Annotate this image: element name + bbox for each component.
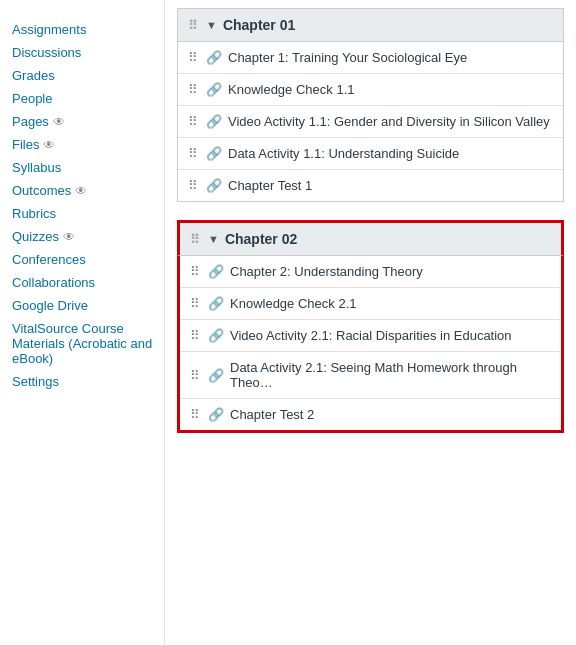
module-item-label: Chapter 1: Training Your Sociological Ey… (228, 50, 467, 65)
sidebar-item-assignments[interactable]: Assignments (12, 18, 164, 41)
module-item-label: Chapter 2: Understanding Theory (230, 264, 423, 279)
module-item-label: Data Activity 2.1: Seeing Math Homework … (230, 360, 551, 390)
sidebar-link[interactable]: Syllabus (12, 160, 61, 175)
module-item-label: Chapter Test 2 (230, 407, 314, 422)
sidebar-link[interactable]: Pages (12, 114, 49, 129)
visibility-icon[interactable]: 👁 (53, 115, 65, 129)
module-item-label: Data Activity 1.1: Understanding Suicide (228, 146, 459, 161)
module-item-label: Video Activity 1.1: Gender and Diversity… (228, 114, 550, 129)
sidebar-link[interactable]: People (12, 91, 52, 106)
module-item[interactable]: ⠿🔗Chapter 2: Understanding Theory (180, 256, 561, 288)
link-icon: 🔗 (208, 264, 224, 279)
module-item[interactable]: ⠿🔗Data Activity 2.1: Seeing Math Homewor… (180, 352, 561, 399)
drag-handle-icon[interactable]: ⠿ (188, 50, 198, 65)
sidebar-link[interactable]: Conferences (12, 252, 86, 267)
module-item-label: Knowledge Check 2.1 (230, 296, 356, 311)
link-icon: 🔗 (208, 368, 224, 383)
sidebar-link[interactable]: Files (12, 137, 39, 152)
drag-handle-icon[interactable]: ⠿ (190, 328, 200, 343)
drag-handle-icon[interactable]: ⠿ (188, 18, 198, 33)
sidebar-link[interactable]: Quizzes (12, 229, 59, 244)
module-item[interactable]: ⠿🔗Chapter Test 2 (180, 399, 561, 430)
module-group-chapter01: ⠿▼Chapter 01⠿🔗Chapter 1: Training Your S… (177, 8, 564, 202)
sidebar-item-rubrics[interactable]: Rubrics (12, 202, 164, 225)
module-items: ⠿🔗Chapter 2: Understanding Theory⠿🔗Knowl… (177, 256, 564, 433)
sidebar-item-people[interactable]: People (12, 87, 164, 110)
drag-handle-icon[interactable]: ⠿ (190, 368, 200, 383)
module-item[interactable]: ⠿🔗Knowledge Check 1.1 (178, 74, 563, 106)
sidebar-item-discussions[interactable]: Discussions (12, 41, 164, 64)
module-group-chapter02: ⠿▼Chapter 02⠿🔗Chapter 2: Understanding T… (177, 220, 564, 433)
sidebar-item-grades[interactable]: Grades (12, 64, 164, 87)
sidebar-link[interactable]: Collaborations (12, 275, 95, 290)
sidebar-link[interactable]: Discussions (12, 45, 81, 60)
visibility-icon[interactable]: 👁 (43, 138, 55, 152)
drag-handle-icon[interactable]: ⠿ (188, 114, 198, 129)
drag-handle-icon[interactable]: ⠿ (190, 264, 200, 279)
module-item[interactable]: ⠿🔗Chapter 1: Training Your Sociological … (178, 42, 563, 74)
module-item-label: Video Activity 2.1: Racial Disparities i… (230, 328, 512, 343)
module-item-label: Chapter Test 1 (228, 178, 312, 193)
link-icon: 🔗 (206, 50, 222, 65)
sidebar-item-syllabus[interactable]: Syllabus (12, 156, 164, 179)
link-icon: 🔗 (206, 146, 222, 161)
link-icon: 🔗 (208, 296, 224, 311)
link-icon: 🔗 (208, 407, 224, 422)
sidebar-item-conferences[interactable]: Conferences (12, 248, 164, 271)
sidebar-item-pages[interactable]: Pages👁 (12, 110, 164, 133)
module-item[interactable]: ⠿🔗Video Activity 2.1: Racial Disparities… (180, 320, 561, 352)
sidebar-item-files[interactable]: Files👁 (12, 133, 164, 156)
drag-handle-icon[interactable]: ⠿ (190, 232, 200, 247)
module-item[interactable]: ⠿🔗Knowledge Check 2.1 (180, 288, 561, 320)
sidebar-link[interactable]: Grades (12, 68, 55, 83)
drag-handle-icon[interactable]: ⠿ (190, 296, 200, 311)
sidebar-link[interactable]: Settings (12, 374, 59, 389)
sidebar: AssignmentsDiscussionsGradesPeoplePages👁… (0, 0, 165, 645)
drag-handle-icon[interactable]: ⠿ (190, 407, 200, 422)
sidebar-item-outcomes[interactable]: Outcomes👁 (12, 179, 164, 202)
link-icon: 🔗 (206, 114, 222, 129)
sidebar-link[interactable]: Google Drive (12, 298, 88, 313)
module-title: Chapter 01 (223, 17, 295, 33)
link-icon: 🔗 (206, 178, 222, 193)
module-header: ⠿▼Chapter 01 (177, 8, 564, 42)
sidebar-item-settings[interactable]: Settings (12, 370, 164, 393)
main-content: ⠿▼Chapter 01⠿🔗Chapter 1: Training Your S… (165, 0, 576, 645)
sidebar-link[interactable]: VitalSource Course Materials (Acrobatic … (12, 321, 164, 366)
module-header: ⠿▼Chapter 02 (177, 220, 564, 256)
module-item-label: Knowledge Check 1.1 (228, 82, 354, 97)
drag-handle-icon[interactable]: ⠿ (188, 146, 198, 161)
link-icon: 🔗 (206, 82, 222, 97)
visibility-icon[interactable]: 👁 (63, 230, 75, 244)
module-items: ⠿🔗Chapter 1: Training Your Sociological … (177, 42, 564, 202)
module-title: Chapter 02 (225, 231, 297, 247)
sidebar-link[interactable]: Assignments (12, 22, 86, 37)
module-item[interactable]: ⠿🔗Video Activity 1.1: Gender and Diversi… (178, 106, 563, 138)
sidebar-item-vitalsource-course-materials-acrobatic-and-ebook[interactable]: VitalSource Course Materials (Acrobatic … (12, 317, 164, 370)
chevron-down-icon[interactable]: ▼ (206, 19, 217, 31)
sidebar-item-quizzes[interactable]: Quizzes👁 (12, 225, 164, 248)
module-item[interactable]: ⠿🔗Chapter Test 1 (178, 170, 563, 201)
module-item[interactable]: ⠿🔗Data Activity 1.1: Understanding Suici… (178, 138, 563, 170)
sidebar-item-google-drive[interactable]: Google Drive (12, 294, 164, 317)
sidebar-item-collaborations[interactable]: Collaborations (12, 271, 164, 294)
chevron-down-icon[interactable]: ▼ (208, 233, 219, 245)
link-icon: 🔗 (208, 328, 224, 343)
sidebar-link[interactable]: Outcomes (12, 183, 71, 198)
sidebar-link[interactable]: Rubrics (12, 206, 56, 221)
visibility-icon[interactable]: 👁 (75, 184, 87, 198)
drag-handle-icon[interactable]: ⠿ (188, 82, 198, 97)
drag-handle-icon[interactable]: ⠿ (188, 178, 198, 193)
